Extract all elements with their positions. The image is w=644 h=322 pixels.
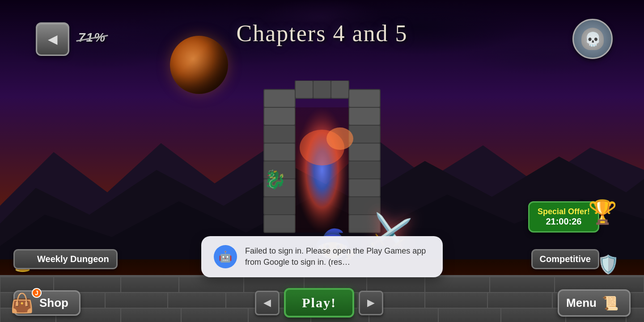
svg-rect-21 [349, 89, 380, 107]
brick [425, 292, 487, 308]
next-level-button[interactable]: ▶ [359, 291, 383, 315]
svg-rect-12 [349, 143, 380, 161]
svg-point-25 [326, 127, 353, 150]
brick [181, 308, 248, 322]
scroll-icon: 📜 [602, 295, 619, 311]
menu-label: Menu [566, 296, 597, 310]
competitive-button[interactable]: Competitive [531, 249, 599, 269]
svg-rect-17 [264, 89, 295, 107]
right-arrow-icon: ▶ [367, 297, 375, 309]
svg-rect-15 [349, 197, 380, 215]
center-navigation: ◀ Play! ▶ [255, 288, 383, 318]
svg-rect-16 [349, 215, 380, 233]
weekly-dungeon-button[interactable]: Weekly Dungeon [13, 249, 118, 269]
svg-text:🐉: 🐉 [264, 169, 286, 190]
svg-rect-19 [313, 80, 331, 98]
shop-bag-icon: 👜 [10, 292, 34, 314]
toast-message: Failed to sign in. Please open the Play … [245, 246, 430, 268]
brick [179, 277, 244, 292]
svg-rect-11 [349, 125, 380, 143]
left-arrow-icon: ◀ [263, 297, 271, 309]
play-label: Play! [302, 295, 336, 310]
portal-structure: 🐉 [250, 80, 394, 250]
brick [487, 292, 552, 308]
brick [490, 277, 555, 292]
shop-button[interactable]: 👜 Shop J [13, 290, 80, 316]
svg-rect-3 [264, 107, 295, 125]
brick [438, 308, 501, 322]
skull-button[interactable] [572, 19, 613, 59]
brick [121, 308, 181, 322]
svg-rect-10 [349, 107, 380, 125]
shop-label: Shop [39, 296, 68, 309]
brick [425, 277, 490, 292]
svg-rect-9 [264, 215, 295, 233]
special-offer-timer: 21:00:26 [538, 216, 590, 227]
brick [367, 277, 425, 292]
menu-button[interactable]: Menu 📜 [558, 289, 631, 317]
play-button[interactable]: Play! [284, 288, 354, 318]
svg-rect-4 [264, 125, 295, 143]
competitive-label: Competitive [540, 254, 591, 264]
svg-rect-23 [295, 107, 349, 233]
svg-rect-20 [331, 80, 349, 98]
svg-rect-18 [295, 80, 313, 98]
skull-icon [581, 28, 604, 50]
brick [105, 292, 168, 308]
toast-notification[interactable]: 🤖 Failed to sign in. Please open the Pla… [201, 236, 443, 277]
svg-rect-13 [349, 161, 380, 179]
weekly-dungeon-label: Weekly Dungeon [37, 254, 109, 264]
special-offer-button[interactable]: Special Offer! 21:00:26 [528, 201, 599, 233]
shop-badge: J [32, 288, 42, 298]
brick [121, 277, 179, 292]
android-icon: 🤖 [214, 245, 237, 268]
special-offer-title: Special Offer! [538, 207, 590, 216]
svg-rect-14 [349, 179, 380, 197]
svg-rect-8 [264, 197, 295, 215]
brick [501, 308, 566, 322]
moon-decoration [170, 36, 228, 94]
back-button[interactable] [36, 22, 69, 56]
prev-level-button[interactable]: ◀ [255, 291, 280, 315]
brick [168, 292, 226, 308]
svg-rect-5 [264, 143, 295, 161]
